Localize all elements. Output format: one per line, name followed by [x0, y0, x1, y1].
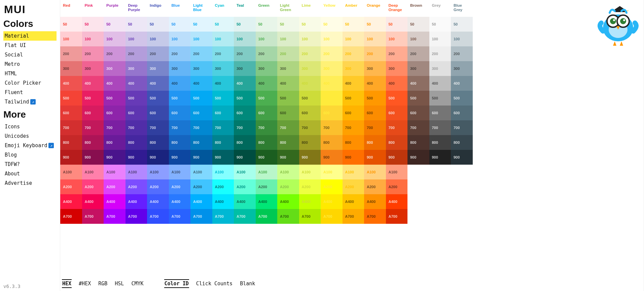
color-swatch[interactable]: 700: [343, 120, 364, 135]
color-swatch[interactable]: 500: [343, 91, 364, 106]
color-swatch[interactable]: 50: [386, 17, 408, 32]
color-swatch[interactable]: 500: [82, 91, 104, 106]
color-swatch[interactable]: 500: [190, 91, 212, 106]
color-swatch[interactable]: 800: [256, 135, 278, 150]
color-swatch[interactable]: 900: [451, 150, 473, 165]
color-swatch[interactable]: 50: [299, 17, 321, 32]
color-swatch[interactable]: 700: [82, 120, 104, 135]
color-swatch[interactable]: A700: [256, 209, 278, 224]
color-swatch[interactable]: A200: [299, 179, 321, 194]
color-swatch[interactable]: 900: [234, 150, 256, 165]
color-swatch[interactable]: 300: [343, 61, 364, 76]
color-swatch[interactable]: 100: [147, 32, 169, 46]
format-option[interactable]: #HEX: [78, 280, 91, 287]
color-swatch[interactable]: 600: [451, 106, 473, 120]
color-swatch[interactable]: 300: [256, 61, 278, 76]
nav-item-icons[interactable]: Icons: [3, 122, 57, 131]
color-swatch[interactable]: 50: [82, 17, 104, 32]
color-swatch[interactable]: 500: [126, 91, 147, 106]
column-header[interactable]: Indigo: [147, 2, 169, 17]
color-swatch[interactable]: 200: [234, 46, 256, 61]
color-swatch[interactable]: A200: [212, 179, 234, 194]
color-swatch[interactable]: 100: [104, 32, 126, 46]
color-swatch[interactable]: 100: [190, 32, 212, 46]
color-swatch[interactable]: 300: [147, 61, 169, 76]
color-swatch[interactable]: 200: [343, 46, 364, 61]
color-swatch[interactable]: A700: [60, 209, 82, 224]
color-swatch[interactable]: 100: [234, 32, 256, 46]
color-swatch[interactable]: A200: [126, 179, 147, 194]
color-swatch[interactable]: 800: [407, 135, 429, 150]
color-swatch[interactable]: 100: [60, 32, 82, 46]
color-swatch[interactable]: 100: [429, 32, 451, 46]
color-swatch[interactable]: A100: [190, 165, 212, 179]
color-swatch[interactable]: A200: [147, 179, 169, 194]
color-swatch[interactable]: A100: [147, 165, 169, 179]
color-swatch[interactable]: A100: [277, 165, 299, 179]
color-swatch[interactable]: A700: [343, 209, 364, 224]
color-swatch[interactable]: 200: [364, 46, 386, 61]
color-swatch[interactable]: 400: [60, 76, 82, 91]
color-swatch[interactable]: 600: [407, 106, 429, 120]
color-swatch[interactable]: 800: [321, 135, 343, 150]
color-swatch[interactable]: 100: [451, 32, 473, 46]
color-swatch[interactable]: 800: [82, 135, 104, 150]
color-swatch[interactable]: 400: [429, 76, 451, 91]
color-swatch[interactable]: 700: [169, 120, 191, 135]
color-swatch[interactable]: 400: [321, 76, 343, 91]
color-swatch[interactable]: 200: [386, 46, 408, 61]
logo[interactable]: MUI: [3, 3, 57, 16]
column-header[interactable]: Brown: [407, 2, 429, 17]
color-swatch[interactable]: 100: [386, 32, 408, 46]
color-swatch[interactable]: A200: [277, 179, 299, 194]
color-swatch[interactable]: 200: [82, 46, 104, 61]
color-swatch[interactable]: 600: [343, 106, 364, 120]
color-swatch[interactable]: 200: [429, 46, 451, 61]
color-swatch[interactable]: A100: [321, 165, 343, 179]
color-swatch[interactable]: 400: [126, 76, 147, 91]
color-swatch[interactable]: 300: [407, 61, 429, 76]
mode-option[interactable]: Blank: [240, 280, 255, 287]
color-swatch[interactable]: 100: [299, 32, 321, 46]
color-swatch[interactable]: 300: [104, 61, 126, 76]
color-swatch[interactable]: 200: [321, 46, 343, 61]
color-swatch[interactable]: 500: [104, 91, 126, 106]
color-swatch[interactable]: A100: [82, 165, 104, 179]
column-header[interactable]: BlueGrey: [451, 2, 473, 17]
color-swatch[interactable]: 700: [407, 120, 429, 135]
color-swatch[interactable]: 800: [234, 135, 256, 150]
color-swatch[interactable]: 400: [147, 76, 169, 91]
color-swatch[interactable]: 500: [407, 91, 429, 106]
format-option[interactable]: HEX: [62, 279, 72, 288]
color-swatch[interactable]: 100: [343, 32, 364, 46]
color-swatch[interactable]: 200: [277, 46, 299, 61]
color-swatch[interactable]: A200: [82, 179, 104, 194]
color-swatch[interactable]: 300: [386, 61, 408, 76]
nav-item-flat-ui[interactable]: Flat UI: [3, 41, 57, 50]
column-header[interactable]: Grey: [429, 2, 451, 17]
color-swatch[interactable]: 600: [234, 106, 256, 120]
color-swatch[interactable]: A700: [386, 209, 408, 224]
column-header[interactable]: Cyan: [212, 2, 234, 17]
color-swatch[interactable]: 900: [190, 150, 212, 165]
color-swatch[interactable]: 100: [364, 32, 386, 46]
color-swatch[interactable]: 300: [364, 61, 386, 76]
color-swatch[interactable]: 800: [429, 135, 451, 150]
column-header[interactable]: Amber: [343, 2, 364, 17]
column-header[interactable]: Green: [256, 2, 278, 17]
color-swatch[interactable]: 50: [126, 17, 147, 32]
color-swatch[interactable]: 400: [451, 76, 473, 91]
column-header[interactable]: Teal: [234, 2, 256, 17]
column-header[interactable]: Lime: [299, 2, 321, 17]
color-swatch[interactable]: 900: [386, 150, 408, 165]
color-swatch[interactable]: 300: [234, 61, 256, 76]
color-swatch[interactable]: A700: [234, 209, 256, 224]
color-swatch[interactable]: 200: [60, 46, 82, 61]
color-swatch[interactable]: A400: [212, 194, 234, 209]
color-swatch[interactable]: 500: [299, 91, 321, 106]
color-swatch[interactable]: 900: [212, 150, 234, 165]
color-swatch[interactable]: 400: [256, 76, 278, 91]
color-swatch[interactable]: 50: [169, 17, 191, 32]
color-swatch[interactable]: 300: [299, 61, 321, 76]
color-swatch[interactable]: 600: [169, 106, 191, 120]
